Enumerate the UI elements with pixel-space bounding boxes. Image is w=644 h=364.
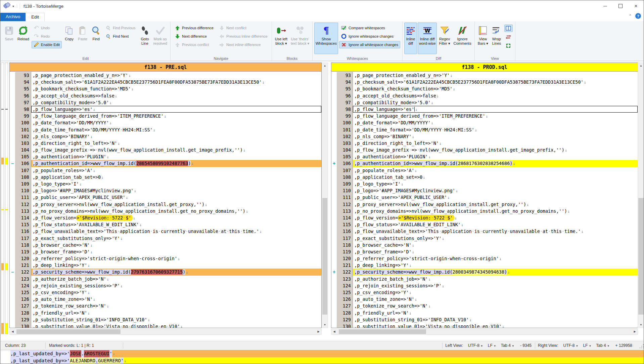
next-difference-button[interactable]: Next difference (173, 33, 216, 40)
line-text[interactable]: ,p_flow_image_prefix·=>·nvl(wwv_flow_app… (353, 147, 638, 153)
code-line-127[interactable]: 127,p_tokenize_row_search=>'N'↓ (331, 302, 638, 309)
use-theirs-text-block-button[interactable]: Use 'theirs' text block ▾ (289, 23, 311, 54)
line-text[interactable]: ,p_browser_cache=>'N'↓ (353, 242, 638, 248)
ignore-whitespace-changes-button[interactable]: Ignore whitespace changes (339, 33, 400, 40)
line-text[interactable]: ,p_flow_image_prefix·=>·nvl(wwv_flow_app… (31, 147, 321, 153)
code-line-111[interactable]: 111,p_public_user=>'APEX_PUBLIC_USER'↓ (10, 194, 321, 201)
line-text[interactable]: ,p_nls_comp=>'BINARY'↓ (31, 133, 321, 140)
line-text[interactable]: ,p_csv_encoding=>'Y'↓ (353, 289, 638, 296)
locator-bar-left[interactable] (1, 63, 4, 334)
line-text[interactable]: ,p_security_scheme=>wwv_flow_imp.id(2800… (353, 269, 638, 275)
right-encoding-dropdown[interactable]: UTF-8▼ (561, 342, 581, 349)
left-eol-dropdown[interactable]: LF▼ (486, 342, 499, 349)
code-line-123[interactable]: 123,p_authorize_batch_job=>'N'↓ (331, 276, 638, 282)
code-line-127[interactable]: 127,p_tokenize_row_search=>'N'↓ (10, 302, 321, 309)
line-text[interactable]: ,p_deep_linking=>'Y'↓ (353, 262, 638, 269)
code-line-126[interactable]: 126,p_auto_time_zone=>'N'↓ (331, 296, 638, 302)
line-text[interactable]: ,p_authentication_id=>wwv_flow_imp.id(28… (31, 160, 321, 167)
left-encoding-dropdown[interactable]: UTF-8▼ (466, 342, 486, 349)
line-text[interactable]: ,p_flow_version=>'$Revision:·5722·$'↓ (353, 214, 638, 221)
line-text[interactable]: ,p_friendly_url=>'N'↓ (31, 310, 321, 316)
line-text[interactable]: ,p_exact_substitutions_only=>'Y'↓ (31, 235, 321, 242)
code-line-105[interactable]: 105,p_authentication=>'PLUGIN'↓ (331, 153, 638, 160)
right-tab-dropdown[interactable]: Tab 4▼ (594, 342, 612, 349)
line-text[interactable]: ,p_security_scheme=>wwv_flow_imp.id(2797… (31, 269, 321, 275)
use-left-block-button[interactable]: Use left block ▾ (274, 23, 289, 54)
code-line-109[interactable]: 109,p_logo_type=>'I'↓ (331, 180, 638, 187)
next-inline-difference-button[interactable]: Next inline difference (217, 41, 270, 48)
code-line-114[interactable]: 114,p_flow_version=>'$Revision:·5722·$'↓ (331, 214, 638, 221)
scroll-left-icon[interactable]: ◀ (331, 329, 337, 334)
line-text[interactable]: ,p_page_protection_enabled_y_n=>'Y'↓ (31, 72, 321, 79)
inline-diff-word-wise-button[interactable]: WInline diff word-wise (418, 23, 437, 54)
code-line-115[interactable]: 115,p_flow_status=>'AVAILABLE_W_EDIT_LIN… (331, 221, 638, 228)
code-line-107[interactable]: 107,p_populate_roles=>'A'↓ (10, 167, 321, 174)
locator-bar-right[interactable] (5, 63, 8, 334)
code-line-111[interactable]: 111,p_public_user=>'APEX_PUBLIC_USER'↓ (331, 194, 638, 201)
code-line-113[interactable]: 113,p_no_proxy_domains=>nvl(wwv_flow_app… (331, 208, 638, 214)
code-line-117[interactable]: 117,p_exact_substitutions_only=>'Y'↓ (331, 235, 638, 242)
line-text[interactable]: ,p_flow_status=>'AVAILABLE_W_EDIT_LINK'↓ (31, 221, 321, 228)
line-text[interactable]: ,p_date_time_format=>'DD/MM/YYYY·HH24:MI… (353, 126, 638, 133)
code-line-113[interactable]: 113,p_no_proxy_domains=>nvl(wwv_flow_app… (10, 208, 321, 214)
right-horizontal-scrollbar[interactable]: ◀ ▶ (331, 329, 638, 335)
code-line-96[interactable]: 96,p_accept_old_checksums=>false↓ (10, 92, 321, 99)
switch-left-right-button[interactable] (504, 33, 513, 41)
save-button[interactable]: Save (3, 23, 15, 54)
line-text[interactable]: ,p_referrer_policy=>'strict-origin-when-… (353, 255, 638, 262)
scroll-up-icon[interactable]: ▲ (638, 63, 644, 69)
find-next-button[interactable]: Find Next (103, 33, 137, 40)
code-line-130[interactable]: 130,p_substitution_value_01=>'Vista·no·d… (10, 323, 321, 328)
code-line-103[interactable]: 103,p_direction_right_to_left=>'N'↓ (10, 140, 321, 147)
code-line-116[interactable]: 116,p_flow_unavailable_text=>'This·appli… (10, 228, 321, 235)
code-line-119[interactable]: 119,p_browser_frame=>'D'↓ (10, 248, 321, 255)
code-line-106[interactable]: −106,p_authentication_id=>wwv_flow_imp.i… (10, 160, 321, 167)
view-bars-button[interactable]: View Bars ▾ (476, 23, 490, 54)
code-line-129[interactable]: 129,p_substitution_string_01=>'INFO_DATA… (331, 316, 638, 323)
previous-inline-difference-button[interactable]: Previous inline difference (217, 33, 270, 40)
code-line-94[interactable]: 94,p_checksum_salt=>'61A1F2A222EA45CBCB5… (331, 79, 638, 85)
line-text[interactable]: ,p_browser_frame=>'D'↓ (353, 248, 638, 255)
line-text[interactable]: ,p_direction_right_to_left=>'N'↓ (31, 140, 321, 147)
ignore-all-whitespace-changes-button[interactable]: Ignore all whitespace changes (339, 41, 400, 48)
code-line-122[interactable]: +122,p_security_scheme=>wwv_flow_imp.id(… (331, 269, 638, 275)
line-text[interactable]: ,p_bookmark_checksum_function=>'MD5'↓ (353, 85, 638, 92)
show-whitespaces-button[interactable]: ¶Show Whitespaces (314, 23, 338, 54)
left-hscroll-thumb[interactable] (16, 329, 121, 334)
code-line-98[interactable]: 98,p_flow_language=>'es'↓ (331, 106, 638, 113)
line-text[interactable]: ,p_date_time_format=>'DD/MM/YYYY·HH24:MI… (31, 126, 321, 133)
line-text[interactable]: ,p_flow_unavailable_text=>'This·applicat… (353, 228, 638, 235)
compare-whitespaces-button[interactable]: Compare whitespaces (339, 24, 400, 32)
line-text[interactable]: ,p_logo=>'#APP_IMAGES#Myclinview.png'↓ (31, 187, 321, 194)
line-text[interactable]: ,p_authorize_batch_job=>'N'↓ (31, 276, 321, 282)
code-line-102[interactable]: 102,p_nls_comp=>'BINARY'↓ (331, 133, 638, 140)
code-line-109[interactable]: 109,p_logo_type=>'I'↓ (10, 180, 321, 187)
line-text[interactable]: ,p_substitution_value_01=>'Vista·no·disp… (31, 323, 321, 328)
line-text[interactable]: ,p_csv_encoding=>'Y'↓ (31, 289, 321, 296)
collapse-ribbon-icon[interactable]: ⌃ (629, 14, 632, 18)
reload-button[interactable]: Reload (16, 23, 31, 54)
code-line-100[interactable]: 100,p_date_format=>'DD/MM/YYYY'↓ (10, 119, 321, 126)
next-conflict-button[interactable]: Next conflict (217, 24, 270, 32)
code-line-94[interactable]: 94,p_checksum_salt=>'61A1F2A222EA45CBCB5… (10, 79, 321, 85)
line-text[interactable]: ,p_proxy_server=>nvl(wwv_flow_applicatio… (31, 201, 321, 208)
code-line-130[interactable]: 130,p_substitution_value_01=>'Vista·no·d… (331, 323, 638, 328)
tab-edit[interactable]: Edit (26, 13, 44, 21)
code-line-107[interactable]: 107,p_populate_roles=>'A'↓ (331, 167, 638, 174)
line-text[interactable]: ,p_populate_roles=>'A'↓ (353, 167, 638, 174)
collapse-button[interactable] (504, 42, 513, 49)
code-line-102[interactable]: 102,p_nls_comp=>'BINARY'↓ (10, 133, 321, 140)
code-line-118[interactable]: 118,p_browser_cache=>'N'↓ (10, 242, 321, 248)
close-button[interactable]: ✕ (628, 0, 644, 12)
wrap-lines-button[interactable]: Wrap Lines (490, 23, 503, 54)
code-line-128[interactable]: 128,p_friendly_url=>'N'↓ (10, 310, 321, 316)
left-horizontal-scrollbar[interactable]: ◀ ▶ (9, 329, 322, 335)
code-line-125[interactable]: 125,p_csv_encoding=>'Y'↓ (10, 289, 321, 296)
right-hscroll-thumb[interactable] (339, 329, 426, 334)
code-line-106[interactable]: +106,p_authentication_id=>wwv_flow_imp.i… (331, 160, 638, 167)
help-icon[interactable]: ? (635, 13, 641, 19)
code-line-97[interactable]: 97,p_compatibility_mode=>'5.0'↓ (331, 99, 638, 106)
maximize-button[interactable] (613, 0, 628, 12)
code-line-101[interactable]: 101,p_date_time_format=>'DD/MM/YYYY·HH24… (10, 126, 321, 133)
line-text[interactable]: ,p_date_format=>'DD/MM/YYYY'↓ (353, 119, 638, 126)
